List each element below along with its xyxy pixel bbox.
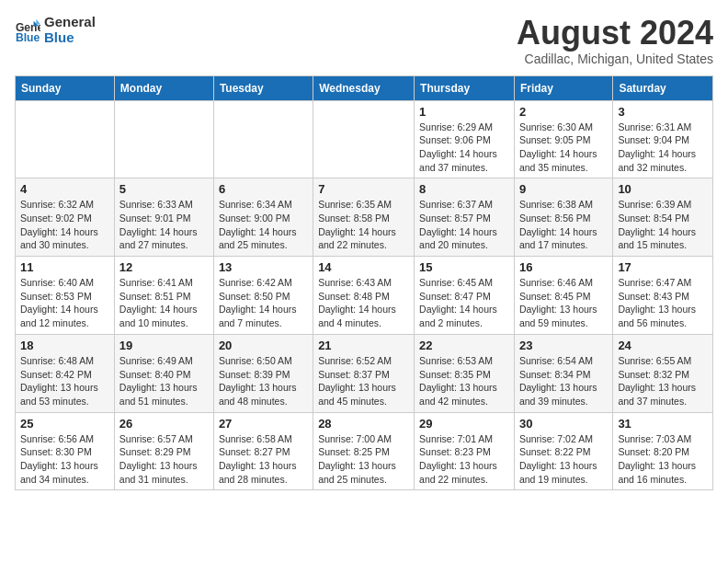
calendar-cell: 28Sunrise: 7:00 AM Sunset: 8:25 PM Dayli… — [313, 412, 415, 490]
calendar-cell: 2Sunrise: 6:30 AM Sunset: 9:05 PM Daylig… — [514, 100, 612, 178]
day-number: 19 — [119, 339, 209, 352]
calendar-cell — [114, 100, 213, 178]
calendar-cell — [16, 100, 115, 178]
calendar-cell: 31Sunrise: 7:03 AM Sunset: 8:20 PM Dayli… — [613, 412, 713, 490]
calendar-cell: 10Sunrise: 6:39 AM Sunset: 8:54 PM Dayli… — [613, 178, 713, 257]
day-info: Sunrise: 6:30 AM Sunset: 9:05 PM Dayligh… — [519, 121, 608, 175]
calendar-week-2: 4Sunrise: 6:32 AM Sunset: 9:02 PM Daylig… — [16, 178, 713, 257]
calendar-week-3: 11Sunrise: 6:40 AM Sunset: 8:53 PM Dayli… — [16, 257, 713, 335]
calendar-cell: 29Sunrise: 7:01 AM Sunset: 8:23 PM Dayli… — [415, 412, 515, 490]
day-info: Sunrise: 7:02 AM Sunset: 8:22 PM Dayligh… — [519, 432, 608, 487]
day-number: 5 — [119, 182, 209, 196]
day-number: 28 — [318, 417, 409, 431]
svg-text:Blue: Blue — [16, 31, 40, 43]
calendar-cell: 24Sunrise: 6:55 AM Sunset: 8:32 PM Dayli… — [613, 334, 713, 412]
day-info: Sunrise: 6:40 AM Sunset: 8:53 PM Dayligh… — [20, 276, 109, 330]
calendar-cell: 25Sunrise: 6:56 AM Sunset: 8:30 PM Dayli… — [16, 412, 115, 490]
calendar-cell: 22Sunrise: 6:53 AM Sunset: 8:35 PM Dayli… — [415, 334, 515, 412]
calendar-table: SundayMondayTuesdayWednesdayThursdayFrid… — [15, 75, 713, 491]
calendar-week-5: 25Sunrise: 6:56 AM Sunset: 8:30 PM Dayli… — [16, 412, 713, 490]
day-info: Sunrise: 6:31 AM Sunset: 9:04 PM Dayligh… — [618, 121, 708, 175]
day-info: Sunrise: 6:47 AM Sunset: 8:43 PM Dayligh… — [618, 276, 708, 330]
day-number: 2 — [519, 105, 608, 119]
day-info: Sunrise: 6:37 AM Sunset: 8:57 PM Dayligh… — [419, 198, 509, 252]
calendar-cell — [313, 100, 415, 178]
calendar-cell: 20Sunrise: 6:50 AM Sunset: 8:39 PM Dayli… — [213, 334, 313, 412]
day-number: 8 — [419, 182, 509, 196]
location-subtitle: Cadillac, Michigan, United States — [517, 52, 713, 66]
title-area: August 2024 Cadillac, Michigan, United S… — [517, 15, 713, 66]
day-info: Sunrise: 7:00 AM Sunset: 8:25 PM Dayligh… — [318, 432, 409, 487]
calendar-cell: 23Sunrise: 6:54 AM Sunset: 8:34 PM Dayli… — [514, 334, 612, 412]
day-number: 12 — [119, 260, 209, 274]
day-info: Sunrise: 6:49 AM Sunset: 8:40 PM Dayligh… — [119, 354, 209, 408]
day-info: Sunrise: 6:56 AM Sunset: 8:30 PM Dayligh… — [20, 432, 109, 487]
day-header-tuesday: Tuesday — [213, 75, 313, 100]
day-header-friday: Friday — [514, 75, 612, 100]
calendar-cell: 27Sunrise: 6:58 AM Sunset: 8:27 PM Dayli… — [213, 412, 313, 490]
day-info: Sunrise: 6:43 AM Sunset: 8:48 PM Dayligh… — [318, 276, 409, 330]
day-number: 30 — [519, 417, 608, 431]
day-info: Sunrise: 6:45 AM Sunset: 8:47 PM Dayligh… — [419, 276, 509, 330]
calendar-cell: 7Sunrise: 6:35 AM Sunset: 8:58 PM Daylig… — [313, 178, 415, 257]
calendar-cell: 3Sunrise: 6:31 AM Sunset: 9:04 PM Daylig… — [613, 100, 713, 178]
day-number: 31 — [618, 417, 708, 431]
day-info: Sunrise: 6:50 AM Sunset: 8:39 PM Dayligh… — [219, 354, 308, 408]
day-info: Sunrise: 6:33 AM Sunset: 9:01 PM Dayligh… — [119, 198, 209, 252]
page-header: General Blue General Blue August 2024 Ca… — [15, 15, 713, 66]
day-number: 7 — [318, 182, 409, 196]
day-header-wednesday: Wednesday — [313, 75, 415, 100]
calendar-cell: 12Sunrise: 6:41 AM Sunset: 8:51 PM Dayli… — [114, 257, 213, 335]
calendar-cell: 18Sunrise: 6:48 AM Sunset: 8:42 PM Dayli… — [16, 334, 115, 412]
day-number: 22 — [419, 339, 509, 352]
day-info: Sunrise: 6:53 AM Sunset: 8:35 PM Dayligh… — [419, 354, 509, 408]
day-info: Sunrise: 6:32 AM Sunset: 9:02 PM Dayligh… — [20, 198, 109, 252]
logo-icon: General Blue — [15, 17, 40, 43]
day-header-sunday: Sunday — [16, 75, 115, 100]
calendar-week-4: 18Sunrise: 6:48 AM Sunset: 8:42 PM Dayli… — [16, 334, 713, 412]
day-header-saturday: Saturday — [613, 75, 713, 100]
calendar-cell: 21Sunrise: 6:52 AM Sunset: 8:37 PM Dayli… — [313, 334, 415, 412]
day-number: 29 — [419, 417, 509, 431]
day-number: 21 — [318, 339, 409, 352]
calendar-cell — [213, 100, 313, 178]
day-number: 20 — [219, 339, 308, 352]
day-number: 23 — [519, 339, 608, 352]
day-info: Sunrise: 7:01 AM Sunset: 8:23 PM Dayligh… — [419, 432, 509, 487]
day-info: Sunrise: 7:03 AM Sunset: 8:20 PM Dayligh… — [618, 432, 708, 487]
day-number: 1 — [419, 105, 509, 119]
day-number: 4 — [20, 182, 109, 196]
calendar-cell: 9Sunrise: 6:38 AM Sunset: 8:56 PM Daylig… — [514, 178, 612, 257]
day-info: Sunrise: 6:48 AM Sunset: 8:42 PM Dayligh… — [20, 354, 109, 408]
calendar-cell: 8Sunrise: 6:37 AM Sunset: 8:57 PM Daylig… — [415, 178, 515, 257]
day-number: 25 — [20, 417, 109, 431]
day-info: Sunrise: 6:46 AM Sunset: 8:45 PM Dayligh… — [519, 276, 608, 330]
day-header-thursday: Thursday — [415, 75, 515, 100]
day-info: Sunrise: 6:35 AM Sunset: 8:58 PM Dayligh… — [318, 198, 409, 252]
calendar-cell: 14Sunrise: 6:43 AM Sunset: 8:48 PM Dayli… — [313, 257, 415, 335]
day-number: 13 — [219, 260, 308, 274]
day-info: Sunrise: 6:38 AM Sunset: 8:56 PM Dayligh… — [519, 198, 608, 252]
day-number: 26 — [119, 417, 209, 431]
calendar-week-1: 1Sunrise: 6:29 AM Sunset: 9:06 PM Daylig… — [16, 100, 713, 178]
day-info: Sunrise: 6:29 AM Sunset: 9:06 PM Dayligh… — [419, 121, 509, 175]
calendar-cell: 30Sunrise: 7:02 AM Sunset: 8:22 PM Dayli… — [514, 412, 612, 490]
calendar-cell: 19Sunrise: 6:49 AM Sunset: 8:40 PM Dayli… — [114, 334, 213, 412]
day-number: 24 — [618, 339, 708, 352]
day-number: 15 — [419, 260, 509, 274]
calendar-cell: 5Sunrise: 6:33 AM Sunset: 9:01 PM Daylig… — [114, 178, 213, 257]
day-number: 11 — [20, 260, 109, 274]
logo-text: General Blue — [44, 15, 96, 45]
day-info: Sunrise: 6:41 AM Sunset: 8:51 PM Dayligh… — [119, 276, 209, 330]
day-info: Sunrise: 6:58 AM Sunset: 8:27 PM Dayligh… — [219, 432, 308, 487]
day-number: 27 — [219, 417, 308, 431]
calendar-cell: 17Sunrise: 6:47 AM Sunset: 8:43 PM Dayli… — [613, 257, 713, 335]
calendar-cell: 11Sunrise: 6:40 AM Sunset: 8:53 PM Dayli… — [16, 257, 115, 335]
calendar-cell: 4Sunrise: 6:32 AM Sunset: 9:02 PM Daylig… — [16, 178, 115, 257]
calendar-cell: 15Sunrise: 6:45 AM Sunset: 8:47 PM Dayli… — [415, 257, 515, 335]
month-title: August 2024 — [517, 15, 713, 52]
day-info: Sunrise: 6:39 AM Sunset: 8:54 PM Dayligh… — [618, 198, 708, 252]
day-info: Sunrise: 6:52 AM Sunset: 8:37 PM Dayligh… — [318, 354, 409, 408]
day-number: 6 — [219, 182, 308, 196]
day-number: 10 — [618, 182, 708, 196]
